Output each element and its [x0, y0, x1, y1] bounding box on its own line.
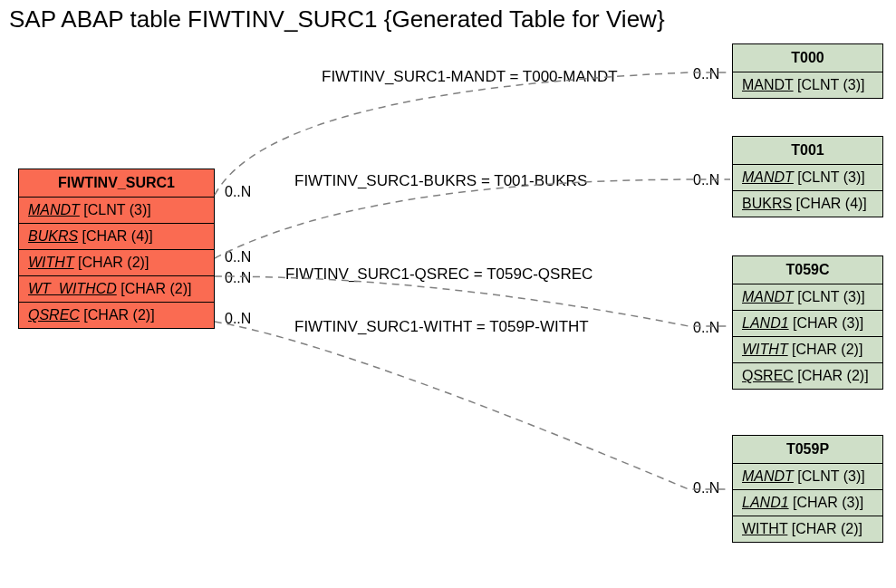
entity-main-field: MANDT [CLNT (3)]	[19, 198, 214, 224]
connection-label: FIWTINV_SURC1-MANDT = T000-MANDT	[322, 68, 618, 86]
entity-t059c-field: MANDT [CLNT (3)]	[733, 284, 882, 311]
cardinality-left: 0..N	[225, 184, 251, 200]
page-title: SAP ABAP table FIWTINV_SURC1 {Generated …	[9, 5, 665, 34]
cardinality-right: 0..N	[693, 480, 719, 496]
entity-t059c-field: LAND1 [CHAR (3)]	[733, 311, 882, 337]
entity-t059c-field: QSREC [CHAR (2)]	[733, 363, 882, 389]
entity-main-field: QSREC [CHAR (2)]	[19, 303, 214, 328]
cardinality-left: 0..N	[225, 249, 251, 265]
entity-main: FIWTINV_SURC1 MANDT [CLNT (3)] BUKRS [CH…	[18, 169, 215, 329]
cardinality-left: 0..N	[225, 311, 251, 327]
entity-t059c-field: WITHT [CHAR (2)]	[733, 337, 882, 363]
connection-label: FIWTINV_SURC1-BUKRS = T001-BUKRS	[294, 172, 587, 190]
entity-t059p-field: LAND1 [CHAR (3)]	[733, 490, 882, 516]
cardinality-right: 0..N	[693, 172, 719, 188]
entity-t059p-field: MANDT [CLNT (3)]	[733, 464, 882, 490]
entity-t000-header: T000	[733, 44, 882, 72]
entity-t001-field: MANDT [CLNT (3)]	[733, 165, 882, 191]
entity-t059p-header: T059P	[733, 436, 882, 464]
entity-t059c: T059C MANDT [CLNT (3)] LAND1 [CHAR (3)] …	[732, 255, 883, 390]
entity-main-header: FIWTINV_SURC1	[19, 169, 214, 198]
entity-t059c-header: T059C	[733, 256, 882, 284]
connection-label: FIWTINV_SURC1-WITHT = T059P-WITHT	[294, 318, 589, 336]
entity-t000-field: MANDT [CLNT (3)]	[733, 72, 882, 98]
entity-main-field: BUKRS [CHAR (4)]	[19, 224, 214, 250]
connection-label: FIWTINV_SURC1-QSREC = T059C-QSREC	[285, 265, 593, 284]
entity-t001: T001 MANDT [CLNT (3)] BUKRS [CHAR (4)]	[732, 136, 883, 217]
entity-t001-field: BUKRS [CHAR (4)]	[733, 191, 882, 217]
entity-main-field: WT_WITHCD [CHAR (2)]	[19, 276, 214, 303]
entity-main-field: WITHT [CHAR (2)]	[19, 250, 214, 276]
entity-t000: T000 MANDT [CLNT (3)]	[732, 43, 883, 99]
cardinality-right: 0..N	[693, 66, 719, 82]
entity-t059p-field: WITHT [CHAR (2)]	[733, 516, 882, 542]
entity-t059p: T059P MANDT [CLNT (3)] LAND1 [CHAR (3)] …	[732, 435, 883, 543]
entity-t001-header: T001	[733, 137, 882, 165]
cardinality-right: 0..N	[693, 320, 719, 336]
cardinality-left: 0..N	[225, 270, 251, 286]
